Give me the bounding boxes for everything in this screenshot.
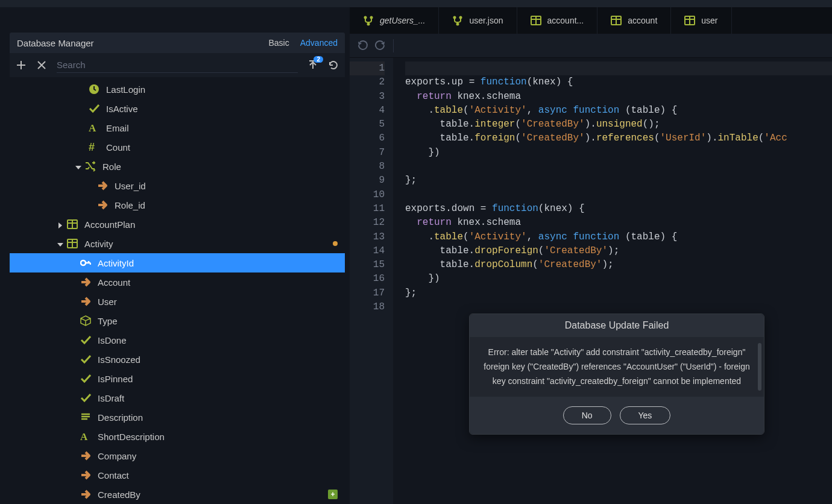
tree-item-createdby[interactable]: CreatedBy+ xyxy=(10,485,345,504)
tab-userjson[interactable]: user.json xyxy=(439,7,517,34)
tree-label: User xyxy=(98,297,117,307)
dialog-scrollbar[interactable] xyxy=(758,343,761,391)
cube-icon xyxy=(80,315,92,326)
branch-icon xyxy=(363,15,374,26)
tree-item-activity[interactable]: Activity xyxy=(10,234,345,253)
undo-button[interactable] xyxy=(357,40,369,52)
tree-item-isactive[interactable]: IsActive xyxy=(10,99,345,118)
arrow-icon xyxy=(96,200,109,210)
tree-item-issnoozed[interactable]: IsSnoozed xyxy=(10,350,345,369)
table-icon xyxy=(611,15,622,26)
mode-advanced[interactable]: Advanced xyxy=(300,38,338,48)
dialog-title: Database Update Failed xyxy=(470,314,764,337)
tree-item-lastlogin[interactable]: LastLogin xyxy=(10,80,345,99)
tree-label: IsPinned xyxy=(98,374,133,384)
shuffle-icon xyxy=(84,161,96,172)
chevron-down-icon[interactable] xyxy=(53,239,65,248)
table-icon xyxy=(66,219,78,230)
tree-label: Activity xyxy=(84,239,113,249)
add-badge[interactable]: + xyxy=(328,490,338,499)
font-icon xyxy=(88,122,100,133)
tree-item-ispinned[interactable]: IsPinned xyxy=(10,369,345,388)
arrow-icon xyxy=(80,489,92,500)
dialog-yes-button[interactable]: Yes xyxy=(620,406,671,424)
tree-item-accountplan[interactable]: AccountPlan xyxy=(10,215,345,234)
key-icon xyxy=(80,257,92,268)
arrow-icon xyxy=(80,450,92,461)
tree-label: AccountPlan xyxy=(84,219,135,230)
dialog-message: Error: alter table "Activity" add constr… xyxy=(484,347,749,386)
tree-item-activityid[interactable]: ActivityId xyxy=(10,253,345,272)
tree-item-role[interactable]: Role xyxy=(10,157,345,176)
arrow-icon xyxy=(80,470,92,480)
error-dialog: Database Update Failed Error: alter tabl… xyxy=(469,313,764,435)
search-input[interactable] xyxy=(57,57,298,73)
branch-icon xyxy=(452,15,463,26)
tree-label: Role_id xyxy=(115,200,145,210)
hash-icon xyxy=(88,142,100,153)
tree-label: Contact xyxy=(98,470,129,480)
close-button[interactable] xyxy=(36,60,47,71)
dialog-no-button[interactable]: No xyxy=(563,406,611,424)
chevron-down-icon[interactable] xyxy=(71,162,83,171)
tree-label: IsSnoozed xyxy=(98,354,140,365)
database-manager-panel: Database Manager Basic Advanced 2 LastLo… xyxy=(0,7,350,504)
table-icon xyxy=(684,15,695,26)
sync-badge: 2 xyxy=(314,56,323,63)
arrow-icon xyxy=(80,277,92,288)
tree-label: IsActive xyxy=(106,104,138,114)
chevron-right-icon[interactable] xyxy=(53,220,65,228)
table-icon xyxy=(66,238,78,249)
table-icon xyxy=(531,15,541,26)
tree-item-account[interactable]: Account xyxy=(10,272,345,292)
tree-item-isdone[interactable]: IsDone xyxy=(10,330,345,350)
check-icon xyxy=(80,392,92,403)
modified-indicator xyxy=(333,241,338,246)
tree-label: Count xyxy=(106,142,130,153)
editor-tabs: getUsers_...user.jsonaccount...accountus… xyxy=(350,7,832,34)
tree-item-role_id[interactable]: Role_id xyxy=(10,195,345,215)
check-icon xyxy=(88,103,100,114)
arrow-icon xyxy=(80,296,92,307)
tree-label: Description xyxy=(98,412,143,423)
tree-label: LastLogin xyxy=(106,84,145,95)
tab-account[interactable]: account... xyxy=(517,7,598,34)
tree-label: Account xyxy=(98,277,130,288)
tree-label: ActivityId xyxy=(98,258,134,268)
refresh-button[interactable] xyxy=(328,60,339,71)
schema-tree: LastLoginIsActiveEmailCountRoleUser_idRo… xyxy=(10,77,345,504)
panel-title: Database Manager xyxy=(17,38,94,48)
font-icon xyxy=(80,431,92,442)
clock-icon xyxy=(88,84,100,95)
tree-item-shortdescription[interactable]: ShortDescription xyxy=(10,427,345,446)
tree-item-isdraft[interactable]: IsDraft xyxy=(10,388,345,408)
check-icon xyxy=(80,354,92,365)
tree-item-email[interactable]: Email xyxy=(10,118,345,137)
tree-item-contact[interactable]: Contact xyxy=(10,465,345,485)
arrow-icon xyxy=(96,180,109,191)
tree-label: User_id xyxy=(115,181,146,191)
tree-label: Type xyxy=(98,316,118,326)
line-numbers: 123456789101112131415161718 xyxy=(350,58,393,504)
check-icon xyxy=(80,373,92,384)
tree-item-description[interactable]: Description xyxy=(10,408,345,427)
tree-label: CreatedBy xyxy=(98,490,140,500)
tree-label: Email xyxy=(106,123,129,133)
tree-item-count[interactable]: Count xyxy=(10,137,345,157)
tree-label: Company xyxy=(98,451,136,461)
tab-user[interactable]: user xyxy=(671,7,731,34)
add-button[interactable] xyxy=(16,60,27,71)
tree-item-type[interactable]: Type xyxy=(10,311,345,330)
tree-label: ShortDescription xyxy=(98,432,165,442)
redo-button[interactable] xyxy=(375,40,387,52)
tree-item-user[interactable]: User xyxy=(10,292,345,311)
tree-label: IsDraft xyxy=(98,393,124,403)
tab-account[interactable]: account xyxy=(597,7,671,34)
mode-basic[interactable]: Basic xyxy=(268,38,289,48)
code-editor[interactable]: exports.up = function(knex) { return kne… xyxy=(393,58,832,504)
tab-getUsers_[interactable]: getUsers_... xyxy=(350,7,439,34)
tree-label: IsDone xyxy=(98,335,127,345)
tree-label: Role xyxy=(102,162,121,172)
tree-item-user_id[interactable]: User_id xyxy=(10,176,345,195)
tree-item-company[interactable]: Company xyxy=(10,446,345,465)
